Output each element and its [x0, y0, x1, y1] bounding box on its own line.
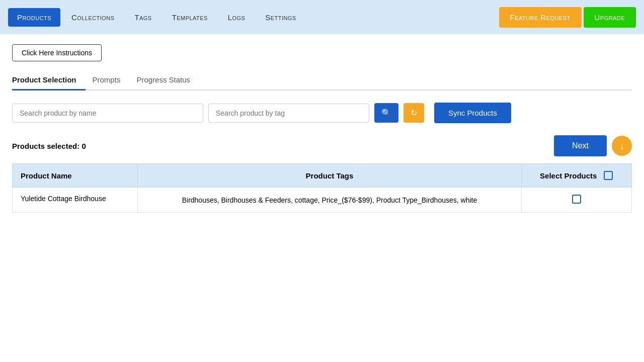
product-select-cell: [521, 188, 631, 213]
nav-products[interactable]: Products: [8, 8, 60, 27]
refresh-icon: ↻: [411, 108, 417, 118]
table-header: Product Name Product Tags Select Product…: [13, 164, 632, 188]
nav-logs[interactable]: Logs: [219, 8, 255, 27]
search-tag-input[interactable]: [208, 104, 369, 123]
upgrade-button[interactable]: Upgrade: [584, 7, 636, 28]
action-buttons: Next ↓: [554, 135, 632, 156]
instructions-button[interactable]: Click Here Instructions: [12, 44, 102, 61]
select-all-checkbox[interactable]: [604, 171, 613, 180]
product-table: Product Name Product Tags Select Product…: [12, 163, 632, 213]
col-select-products: Select Products: [521, 164, 631, 188]
tab-product-selection[interactable]: Product Selection: [12, 70, 86, 90]
search-button[interactable]: 🔍: [374, 103, 398, 123]
page-content: Click Here Instructions Product Selectio…: [0, 34, 644, 223]
col-product-name: Product Name: [13, 164, 138, 188]
product-tags-cell: Birdhouses, Birdhouses & Feeders, cottag…: [138, 188, 521, 213]
next-button[interactable]: Next: [554, 135, 607, 156]
search-row: 🔍 ↻ Sync Products: [12, 103, 632, 123]
products-selected-row: Products selected: 0 Next ↓: [12, 135, 632, 156]
chevron-down-icon: ↓: [619, 140, 624, 152]
nav-settings[interactable]: Settings: [256, 8, 305, 27]
tab-progress-status[interactable]: Progress Status: [136, 70, 199, 90]
tabs: Product Selection Prompts Progress Statu…: [12, 70, 632, 90]
table-row: Yuletide Cottage Birdhouse Birdhouses, B…: [13, 188, 632, 213]
col-product-tags: Product Tags: [138, 164, 521, 188]
product-checkbox[interactable]: [572, 195, 581, 204]
feature-request-button[interactable]: Feature Request: [499, 7, 582, 28]
search-icon: 🔍: [381, 108, 391, 118]
select-products-label: Select Products: [540, 171, 597, 180]
search-name-input[interactable]: [12, 104, 203, 123]
scroll-down-button[interactable]: ↓: [612, 136, 632, 156]
nav-bar: Products Collections Tags Templates Logs…: [0, 0, 644, 34]
refresh-button[interactable]: ↻: [404, 103, 424, 123]
products-selected-count: Products selected: 0: [12, 142, 86, 150]
nav-collections[interactable]: Collections: [62, 8, 123, 27]
tab-prompts[interactable]: Prompts: [93, 70, 130, 90]
product-name-cell: Yuletide Cottage Birdhouse: [13, 188, 138, 213]
table-body: Yuletide Cottage Birdhouse Birdhouses, B…: [13, 188, 632, 213]
sync-products-button[interactable]: Sync Products: [434, 103, 511, 123]
nav-tags[interactable]: Tags: [125, 8, 160, 27]
nav-templates[interactable]: Templates: [163, 8, 217, 27]
